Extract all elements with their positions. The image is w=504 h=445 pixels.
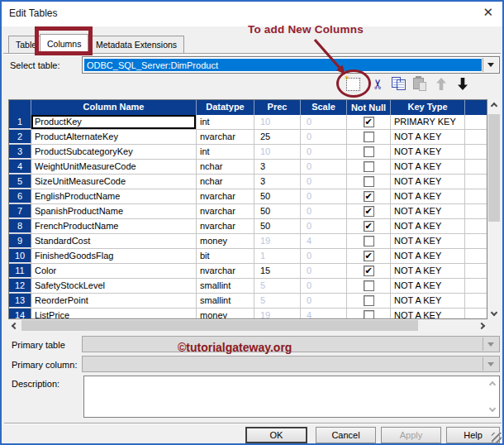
ok-button[interactable]: OK [245,427,307,443]
cell-column-name[interactable]: SizeUnitMeasureCode [31,175,197,189]
scroll-right-icon[interactable] [475,319,487,332]
cell-column-name[interactable]: EnglishProductName [31,189,197,203]
cell-prec[interactable]: 25 [254,130,301,144]
cell-datatype[interactable]: nvarchar [197,219,254,233]
resize-grip[interactable] [492,433,502,443]
cell-scale[interactable]: 0 [301,160,347,174]
dropdown-button[interactable] [483,58,498,72]
cell-scale[interactable]: 0 [301,204,347,218]
cell-scale[interactable]: 0 [301,175,347,189]
cell-prec[interactable]: 50 [254,189,301,203]
cell-prec[interactable]: 10 [254,115,301,129]
cell-datatype[interactable]: int [197,115,254,129]
cell-key-type[interactable]: NOT A KEY [391,249,465,263]
not-null-checkbox[interactable]: ✔ [364,191,374,202]
cell-column-name[interactable]: ProductSubcategoryKey [31,145,197,159]
horizontal-scroll-thumb[interactable] [21,320,418,331]
cell-datatype[interactable]: money [197,309,254,319]
cell-column-name[interactable]: ProductAlternateKey [31,130,197,144]
cell-prec[interactable]: 50 [254,219,301,233]
cell-datatype[interactable]: nchar [197,160,254,174]
cell-scale[interactable]: 0 [301,219,347,233]
scroll-down-icon[interactable] [487,306,501,319]
scroll-left-icon[interactable] [8,319,21,332]
not-null-checkbox[interactable] [364,132,374,142]
not-null-checkbox[interactable] [364,280,374,291]
cancel-button[interactable]: Cancel [316,427,376,443]
cell-scale[interactable]: 0 [301,279,347,293]
select-table-dropdown[interactable]: ODBC_SQL_Server:DimProduct [82,56,500,74]
cell-key-type[interactable]: NOT A KEY [391,234,465,248]
cut-icon[interactable]: ✂ [371,76,386,92]
cell-datatype[interactable]: int [197,145,254,159]
not-null-checkbox[interactable] [364,236,374,246]
cell-key-type[interactable]: NOT A KEY [391,309,465,319]
cell-prec[interactable]: 19 [254,309,301,319]
cell-datatype[interactable]: nvarchar [197,264,254,278]
cell-prec[interactable]: 19 [254,234,301,248]
vertical-scrollbar[interactable] [487,99,501,319]
cell-scale[interactable]: 0 [301,145,347,159]
not-null-checkbox[interactable] [364,161,374,172]
cell-scale[interactable]: 4 [301,234,347,248]
cell-datatype[interactable]: nvarchar [197,130,254,144]
cell-prec[interactable]: 15 [254,264,301,278]
cell-scale[interactable]: 0 [301,189,347,203]
cell-datatype[interactable]: nvarchar [197,204,254,218]
cell-prec[interactable]: 3 [254,160,301,174]
cell-key-type[interactable]: NOT A KEY [391,130,465,144]
cell-datatype[interactable]: nvarchar [197,189,254,203]
cell-column-name[interactable]: SpanishProductName [31,204,197,218]
cell-key-type[interactable]: NOT A KEY [391,279,465,293]
cell-key-type[interactable]: NOT A KEY [391,145,465,159]
cell-key-type[interactable]: PRIMARY KEY [391,115,465,129]
cell-scale[interactable]: 0 [301,130,347,144]
tab-metadata-extensions[interactable]: Metadata Extensions [88,36,184,53]
cell-datatype[interactable]: money [197,234,254,248]
cell-key-type[interactable]: NOT A KEY [391,219,465,233]
cell-column-name[interactable]: StandardCost [31,234,197,248]
copy-icon[interactable] [392,77,407,91]
not-null-checkbox[interactable]: ✔ [364,251,374,261]
cell-prec[interactable]: 50 [254,204,301,218]
cell-prec[interactable]: 1 [254,249,301,263]
not-null-checkbox[interactable]: ✔ [364,206,374,217]
not-null-checkbox[interactable] [364,295,374,306]
close-icon[interactable]: ✕ [483,5,493,20]
cell-prec[interactable]: 10 [254,145,301,159]
not-null-checkbox[interactable] [364,310,374,319]
not-null-checkbox[interactable]: ✔ [364,221,374,232]
cell-column-name[interactable]: FinishedGoodsFlag [31,249,197,263]
description-input[interactable] [85,377,487,416]
cell-prec[interactable]: 5 [254,294,301,308]
cell-key-type[interactable]: NOT A KEY [391,189,465,203]
not-null-checkbox[interactable]: ✔ [364,117,374,127]
cell-datatype[interactable]: bit [197,249,254,263]
move-down-icon[interactable] [457,78,468,90]
not-null-checkbox[interactable] [364,176,374,187]
scroll-up-icon[interactable] [487,99,501,112]
cell-key-type[interactable]: NOT A KEY [391,160,465,174]
cell-column-name[interactable]: ReorderPoint [31,294,197,308]
cell-scale[interactable]: 0 [301,294,347,308]
cell-column-name[interactable]: WeightUnitMeasureCode [31,160,197,174]
cell-datatype[interactable]: nchar [197,175,254,189]
cell-datatype[interactable]: smallint [197,294,254,308]
cell-scale[interactable]: 0 [301,249,347,263]
cell-column-name[interactable]: ListPrice [31,309,197,319]
cell-key-type[interactable]: NOT A KEY [391,204,465,218]
cell-column-name[interactable]: ProductKey [31,115,197,129]
cell-column-name[interactable]: FrenchProductName [31,219,197,233]
cell-datatype[interactable]: smallint [197,279,254,293]
cell-prec[interactable]: 3 [254,175,301,189]
not-null-checkbox[interactable]: ✔ [364,266,374,276]
cell-scale[interactable]: 4 [301,309,347,319]
cell-prec[interactable]: 5 [254,279,301,293]
not-null-checkbox[interactable] [364,146,374,157]
cell-key-type[interactable]: NOT A KEY [391,175,465,189]
horizontal-scrollbar[interactable] [8,319,487,332]
cell-scale[interactable]: 0 [301,115,347,129]
cell-key-type[interactable]: NOT A KEY [391,264,465,278]
cell-key-type[interactable]: NOT A KEY [391,294,465,308]
vertical-scroll-thumb[interactable] [488,114,500,222]
